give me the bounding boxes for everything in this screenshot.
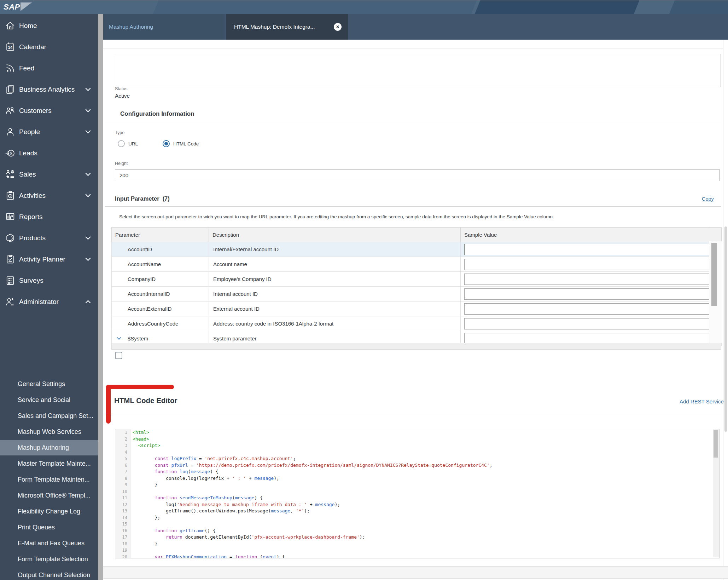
table-row[interactable]: CompanyIDEmployee's Company ID [112,272,722,287]
chevron-down-icon [85,171,92,178]
sidebar-item-administrator[interactable]: Administrator [0,294,98,310]
copy-link[interactable]: Copy [702,196,714,202]
home-icon [5,21,16,31]
page-scrollbar-thumb[interactable] [724,226,727,432]
line-number: 11 [115,495,130,501]
sidebar-nav: Home14CalendarFeedBusiness AnalyticsCust… [0,14,98,580]
tab-html-mashup[interactable]: HTML Mashup: Demofx Integra... ✕ [226,14,348,40]
tab-mashup-authoring[interactable]: Mashup Authoring [103,14,225,40]
sample-value-input[interactable] [464,303,710,315]
table-row[interactable]: AccountInternalIDInternal account ID [112,287,722,302]
sample-value-input[interactable] [464,274,710,285]
sidebar-item-label: Home [19,22,37,30]
chevron-down-icon [85,192,92,199]
sidebar-item-home[interactable]: Home [0,18,98,34]
chevron-down-icon[interactable] [116,335,122,341]
sidebar-item-label: Surveys [19,277,43,285]
sidebar-item-label: Sales [19,171,36,178]
code-line: 14 }; [115,515,719,521]
sidebar-subitem-label: Service and Social [18,396,70,404]
feed-icon [5,63,16,74]
chevron-down-icon [85,128,92,136]
table-vertical-scrollbar-thumb[interactable] [711,243,717,306]
sidebar-item-people[interactable]: People [0,124,98,140]
table-row[interactable]: AccountIDInternal/External account ID [112,242,722,257]
tab-label: Mashup Authoring [109,24,153,30]
sap-logo: SAP [4,2,32,12]
add-rest-service-link[interactable]: Add REST Service [680,398,724,404]
mashup-description-field[interactable] [115,54,721,87]
sidebar-item-reports[interactable]: Reports [0,209,98,225]
app-window: SAP Home14CalendarFeedBusiness Analytics… [0,0,728,580]
sample-value-input[interactable] [464,259,710,270]
sidebar-subitem-general-settings[interactable]: General Settings [0,376,98,392]
sidebar-scrollbar[interactable] [98,14,103,580]
sidebar-item-leads[interactable]: $Leads [0,145,98,161]
line-number: 3 [115,442,130,449]
sidebar-item-business-analytics[interactable]: Business Analytics [0,82,98,97]
sample-value-input[interactable] [464,318,710,329]
select-all-checkbox[interactable] [115,352,122,359]
line-number: 16 [115,528,130,534]
radio-html-code[interactable] [163,140,170,147]
sidebar-subitem-mashup-web-services[interactable]: Mashup Web Services [0,424,98,440]
sidebar-subitem-flexibility-change-log[interactable]: Flexibility Change Log [0,504,98,519]
sidebar-item-surveys[interactable]: Surveys [0,273,98,288]
code-line: 15 [115,521,719,528]
sidebar-item-calendar[interactable]: 14Calendar [0,39,98,55]
sample-value-input[interactable] [464,288,710,300]
close-icon[interactable]: ✕ [334,23,342,31]
sidebar-item-activity-planner[interactable]: Activity Planner [0,252,98,267]
sample-value-input[interactable] [464,244,710,255]
sidebar-subitem-master-template-mainte[interactable]: Master Template Mainte... [0,456,98,471]
header-decoration [474,0,640,15]
parameter-description: Employee's Company ID [209,272,461,287]
code-line: 12 log('Sending message to mashup iframe… [115,501,719,508]
code-line: 9 } [115,482,719,488]
sample-value-input[interactable] [464,333,710,344]
tab-bar: Mashup Authoring HTML Mashup: Demofx Int… [103,14,728,40]
column-header-sample-value: Sample Value [461,228,709,242]
sidebar-subitem-label: Output Channel Selection [18,572,90,579]
sidebar-item-customers[interactable]: Customers [0,103,98,119]
sidebar-subitem-output-channel-selection[interactable]: Output Channel Selection [0,567,98,580]
sidebar-item-label: Administrator [19,298,59,306]
sidebar-subitem-mashup-authoring[interactable]: Mashup Authoring [0,440,98,455]
sidebar-subitem-microsoft-office-templ[interactable]: Microsoft Office® Templ... [0,488,98,503]
parameter-description: Address: country code in ISO3166-1Alpha-… [209,316,461,331]
sidebar-item-feed[interactable]: Feed [0,61,98,76]
line-number: 2 [115,436,130,443]
sidebar-item-sales[interactable]: $Sales [0,167,98,182]
sidebar-item-products[interactable]: Products [0,230,98,246]
sidebar-item-label: Business Analytics [19,86,75,93]
calendar-icon: 14 [5,42,16,52]
sidebar-subitem-service-and-social[interactable]: Service and Social [0,392,98,408]
table-row[interactable]: AccountNameAccount name [112,257,722,272]
sidebar-item-activities[interactable]: Activities [0,188,98,203]
activities-icon [5,190,16,201]
header-decoration [153,0,477,15]
sidebar-subitem-form-template-selection[interactable]: Form Template Selection [0,551,98,567]
input-parameter-count: (7) [163,195,170,202]
sidebar-item-label: People [19,128,40,136]
html-code-editor[interactable]: 1<html>2<head>3 <script>45 const logPref… [115,429,720,558]
line-number: 18 [115,541,130,547]
sidebar-subitem-e-mail-and-fax-queues[interactable]: E-Mail and Fax Queues [0,535,98,551]
table-row[interactable]: AccountExternalIDExternal account ID [112,302,722,316]
sidebar-subitem-print-queues[interactable]: Print Queues [0,519,98,535]
line-number: 13 [115,508,130,515]
table-row[interactable]: AddressCountryCodeAddress: country code … [112,316,722,331]
radio-html-code-label: HTML Code [173,141,199,147]
radio-url[interactable] [118,140,125,147]
divider [105,414,721,414]
table-horizontal-scrollbar[interactable] [111,343,721,350]
editor-scrollbar-thumb[interactable] [714,430,718,458]
line-number: 14 [115,515,130,521]
sidebar-subitem-sales-and-campaign-set[interactable]: Sales and Campaign Set... [0,408,98,424]
sidebar-item-label: Leads [19,149,37,157]
parameter-name: AccountName [128,261,161,267]
type-label: Type [115,130,124,135]
sidebar-subitem-label: Mashup Web Services [18,428,81,436]
sidebar-subitem-form-template-mainten[interactable]: Form Template Mainten... [0,472,98,487]
height-input[interactable] [115,169,720,181]
